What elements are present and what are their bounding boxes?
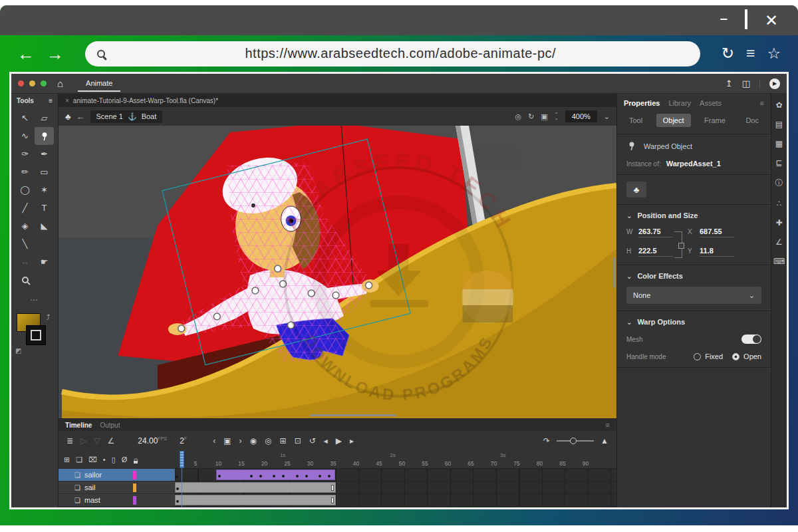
share-icon[interactable]: ↥ (726, 78, 733, 88)
graph-editor-icon[interactable]: ∠ (775, 237, 783, 247)
onion-skin-icon[interactable]: ◉ (250, 436, 257, 446)
tools-panel-menu-icon[interactable]: ≡ (49, 97, 53, 104)
step-down-icon[interactable]: ⌄ (555, 116, 559, 120)
hand-tool[interactable]: ☛ (35, 253, 54, 271)
step-back-icon[interactable]: ◂ (324, 436, 328, 446)
oval-tool[interactable]: ◯ (15, 181, 35, 199)
paint-bucket-tool[interactable]: ◣ (35, 217, 54, 235)
swap-colors-icon[interactable]: ⤴ (47, 313, 51, 321)
keyframe-dot[interactable] (319, 475, 321, 477)
width-field[interactable]: 263.75 (638, 227, 673, 237)
x-field[interactable]: 687.55 (700, 227, 734, 237)
layer-track[interactable] (175, 481, 616, 494)
workspace-icon[interactable]: ◫ (742, 78, 750, 88)
clip-content-icon[interactable]: ▣ (541, 112, 547, 121)
zoom-stepper[interactable]: ⌃ ⌄ (555, 112, 559, 120)
free-transform-tool[interactable]: ▱ (35, 109, 54, 127)
keyboard-shortcuts-icon[interactable]: ⌨ (773, 257, 785, 266)
back-to-scene-icon[interactable]: ← (76, 112, 85, 122)
layer-row-sailor[interactable]: ❏sailor (59, 469, 616, 481)
timeline-ruler[interactable]: 510152025303540455055606570758085901s2s3… (175, 451, 616, 469)
subtab-frame[interactable]: Frame (698, 114, 732, 127)
radio-fixed[interactable]: Fixed (694, 352, 723, 360)
static-frame-span[interactable] (175, 495, 336, 505)
keyframe-dot[interactable] (176, 500, 179, 503)
keyframe-dot[interactable] (218, 475, 221, 477)
layer-track[interactable] (175, 469, 616, 481)
play-icon[interactable]: ▶ (336, 436, 342, 446)
info-icon[interactable]: ⓘ (775, 178, 783, 189)
step-forward-icon[interactable]: ▸ (350, 436, 354, 446)
edit-multiple-frames-icon[interactable]: ⊞ (280, 436, 287, 446)
tween-frame-span[interactable] (216, 469, 335, 480)
stage-canvas[interactable]: ARABSEED TECH DOWNLOAD PROGRAMS (59, 126, 616, 418)
layer-track[interactable] (175, 494, 616, 507)
add-layer-icon[interactable]: ⊞ (64, 456, 70, 464)
keyframe-dot[interactable] (176, 475, 178, 478)
layer-color-swatch[interactable] (133, 496, 136, 505)
tab-assets[interactable]: Assets (700, 99, 722, 107)
back-button[interactable]: ← (17, 45, 35, 63)
keyframe-dot[interactable] (282, 475, 285, 477)
align-icon[interactable]: ⊑ (775, 158, 782, 168)
center-stage-icon[interactable]: ◎ (515, 112, 522, 121)
keyframe-dot[interactable] (296, 475, 299, 477)
selection-tool[interactable]: ↖ (15, 109, 35, 127)
prev-keyframe-icon[interactable]: ‹ (213, 436, 215, 446)
layer-name[interactable]: mast (84, 496, 100, 504)
instance-name[interactable]: WarpedAsset_1 (666, 160, 721, 168)
keyframe-dot[interactable] (305, 475, 308, 477)
url-text[interactable]: https://www.arabseedtech.com/adobe-anima… (113, 46, 688, 61)
vertical-scrollbar[interactable] (613, 257, 615, 288)
graph-icon[interactable]: ∠ (108, 436, 115, 446)
refresh-button[interactable]: ↻ (722, 46, 734, 61)
traffic-light-maximize[interactable] (41, 80, 47, 86)
brush-library-icon[interactable]: ✿ (775, 100, 782, 110)
layer-row-mast[interactable]: ❏mast (59, 494, 616, 507)
tab-properties[interactable]: Properties (624, 99, 660, 107)
asset-warp-panel-icon[interactable]: ✚ (775, 218, 782, 227)
playhead[interactable] (180, 451, 184, 468)
tab-animate[interactable]: Animate (78, 75, 120, 92)
rectangle-tool[interactable]: ▭ (35, 163, 54, 181)
default-colors-icon[interactable]: ◩ (15, 347, 21, 354)
camera-icon[interactable]: ▯ (112, 456, 116, 464)
onion-skin-outline-icon[interactable]: ◎ (265, 436, 271, 446)
onion-range-icon[interactable]: ⊡ (295, 436, 301, 446)
cc-libraries-icon[interactable]: ▦ (775, 139, 783, 148)
layer-name[interactable]: sailor (84, 471, 102, 479)
show-hide-icon[interactable]: Ø (122, 456, 128, 464)
dot-icon[interactable]: • (103, 456, 106, 464)
width-tool[interactable]: ↔ (15, 253, 35, 271)
polystar-tool[interactable]: ✶ (35, 181, 54, 199)
zoom-fit-icon[interactable]: ▲ (600, 436, 608, 446)
eyedropper-tool[interactable]: ╲ (15, 235, 35, 253)
tab-timeline[interactable]: Timeline (65, 422, 92, 429)
keyframe-dot[interactable] (273, 475, 275, 477)
chevron-down-icon[interactable]: ⌄ (626, 212, 632, 219)
color-effect-dropdown[interactable]: None ⌄ (626, 287, 761, 304)
keyframe-dot[interactable] (328, 475, 331, 477)
insert-frame-icon[interactable]: ▣ (223, 436, 231, 446)
next-keyframe-icon[interactable]: › (239, 436, 242, 446)
properties-menu-icon[interactable]: ≡ (760, 99, 764, 107)
zoom-tool[interactable] (15, 271, 35, 289)
eraser-tool[interactable]: ◈ (15, 217, 35, 235)
tab-output[interactable]: Output (100, 422, 120, 429)
lasso-tool[interactable]: ∿ (15, 127, 35, 145)
link-dimensions-icon[interactable] (674, 231, 682, 258)
layer-name[interactable]: sail (84, 483, 96, 491)
classic-brush-tool[interactable]: ✒ (35, 145, 54, 163)
close-button[interactable]: ✕ (765, 13, 778, 29)
traffic-light-minimize[interactable] (29, 80, 35, 86)
tab-library[interactable]: Library (668, 99, 691, 107)
loop-icon[interactable]: ↺ (309, 436, 316, 446)
pencil-tool[interactable]: ✏ (15, 163, 35, 181)
particles-icon[interactable]: ∴ (777, 199, 782, 208)
delete-layer-icon[interactable]: ⌧ (88, 456, 97, 464)
swap-symbol-button[interactable]: ♣ (626, 182, 646, 198)
tools-overflow[interactable]: … (15, 289, 54, 307)
keyframe-dot[interactable] (176, 487, 179, 490)
add-folder-icon[interactable]: ❏ (76, 456, 82, 464)
traffic-light-close[interactable] (18, 80, 24, 86)
